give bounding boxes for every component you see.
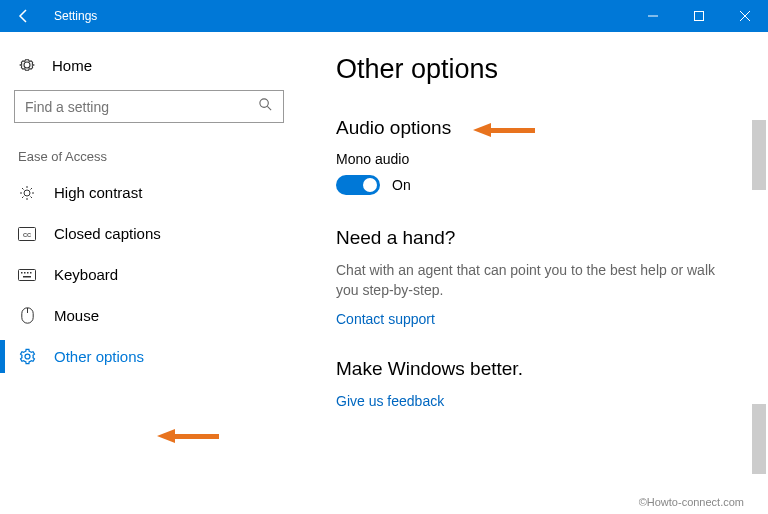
sidebar-item-closed-captions[interactable]: cc Closed captions: [14, 213, 284, 254]
arrow-head-icon: [157, 429, 175, 443]
main-panel: Other options Audio options Mono audio O…: [298, 32, 768, 514]
arrow-left-icon: [16, 8, 32, 24]
cc-icon: cc: [18, 227, 36, 241]
minimize-button[interactable]: [630, 0, 676, 32]
sidebar-item-keyboard[interactable]: Keyboard: [14, 254, 284, 295]
help-description: Chat with an agent that can point you to…: [336, 261, 740, 300]
watermark: ©Howto-connect.com: [639, 496, 744, 508]
sidebar-item-label: Other options: [54, 348, 144, 365]
minimize-icon: [648, 11, 658, 21]
arrow-shaft: [175, 434, 219, 439]
search-box[interactable]: [14, 90, 284, 123]
mono-audio-row: On: [336, 175, 740, 195]
arrow-shaft: [491, 128, 535, 133]
svg-rect-15: [19, 269, 36, 280]
svg-line-9: [22, 188, 24, 190]
sidebar-item-label: High contrast: [54, 184, 142, 201]
svg-point-4: [24, 190, 30, 196]
feedback-heading: Make Windows better.: [336, 358, 740, 380]
close-icon: [740, 11, 750, 21]
svg-rect-19: [30, 272, 32, 274]
sidebar-item-other-options[interactable]: Other options: [14, 336, 284, 377]
svg-line-11: [22, 196, 24, 198]
sun-icon: [18, 185, 36, 201]
audio-heading: Audio options: [336, 117, 740, 139]
maximize-button[interactable]: [676, 0, 722, 32]
page-title: Other options: [336, 54, 740, 85]
maximize-icon: [694, 11, 704, 21]
scrollbar[interactable]: [752, 120, 766, 474]
svg-line-12: [31, 188, 33, 190]
mono-audio-label: Mono audio: [336, 151, 740, 167]
svg-rect-20: [23, 276, 31, 278]
mouse-icon: [18, 307, 36, 324]
scroll-thumb[interactable]: [752, 404, 766, 474]
home-label: Home: [52, 57, 92, 74]
back-button[interactable]: [0, 0, 48, 32]
arrow-annotation: [473, 123, 535, 137]
svg-text:cc: cc: [23, 230, 31, 239]
cog-outline-icon: [18, 348, 36, 365]
titlebar: Settings: [0, 0, 768, 32]
keyboard-icon: [18, 269, 36, 281]
home-nav[interactable]: Home: [14, 46, 284, 84]
help-section: Need a hand? Chat with an agent that can…: [336, 227, 740, 328]
sidebar: Home Ease of Access High contrast cc Clo…: [0, 32, 298, 514]
help-heading: Need a hand?: [336, 227, 740, 249]
contact-support-link[interactable]: Contact support: [336, 311, 435, 327]
sidebar-item-high-contrast[interactable]: High contrast: [14, 172, 284, 213]
svg-rect-16: [21, 272, 23, 274]
window-controls: [630, 0, 768, 32]
toggle-knob: [363, 178, 377, 192]
svg-rect-1: [695, 12, 704, 21]
sidebar-item-label: Mouse: [54, 307, 99, 324]
gear-icon: [18, 56, 36, 74]
sidebar-item-mouse[interactable]: Mouse: [14, 295, 284, 336]
category-label: Ease of Access: [14, 149, 284, 172]
scroll-thumb[interactable]: [752, 120, 766, 190]
close-button[interactable]: [722, 0, 768, 32]
svg-line-3: [267, 106, 271, 110]
feedback-link[interactable]: Give us feedback: [336, 393, 444, 409]
content-area: Home Ease of Access High contrast cc Clo…: [0, 32, 768, 514]
mono-audio-toggle[interactable]: [336, 175, 380, 195]
svg-rect-17: [24, 272, 26, 274]
svg-rect-18: [27, 272, 29, 274]
svg-point-2: [260, 99, 268, 107]
feedback-section: Make Windows better. Give us feedback: [336, 358, 740, 410]
arrow-annotation: [157, 429, 219, 443]
arrow-head-icon: [473, 123, 491, 137]
mono-audio-state: On: [392, 177, 411, 193]
window-title: Settings: [48, 9, 630, 23]
svg-line-10: [31, 196, 33, 198]
sidebar-item-label: Keyboard: [54, 266, 118, 283]
sidebar-item-label: Closed captions: [54, 225, 161, 242]
search-icon: [258, 97, 273, 116]
search-input[interactable]: [25, 99, 258, 115]
